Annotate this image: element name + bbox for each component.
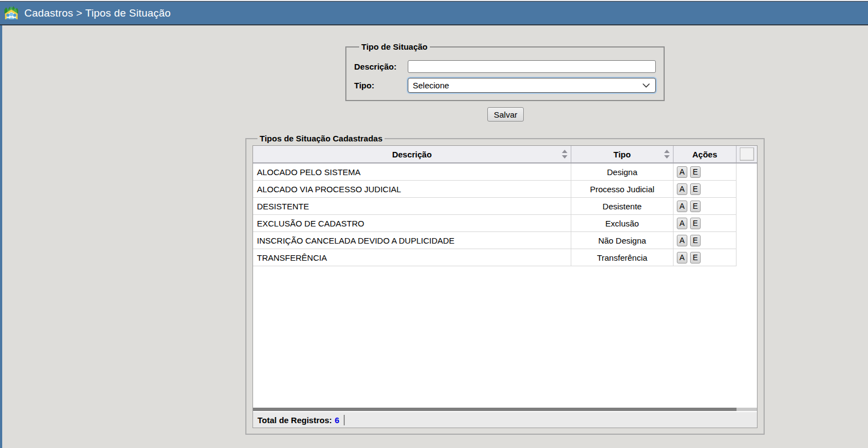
column-header-tipo[interactable]: Tipo <box>571 146 674 162</box>
column-header-descricao[interactable]: Descrição <box>253 146 571 162</box>
descricao-field-row: Descrição: <box>354 60 656 73</box>
row-tipo: Processo Judicial <box>571 181 674 198</box>
table-header-row: Descrição Tipo Ações <box>253 146 757 164</box>
action-button-e[interactable]: E <box>690 235 701 246</box>
row-actions: A E <box>674 232 737 249</box>
screen: Cadastros > Tipos de Situação Tipo de Si… <box>0 0 868 448</box>
page-content: Tipo de Situação Descrição: Tipo: Seleci… <box>0 25 868 448</box>
row-actions: A E <box>674 215 737 232</box>
breadcrumb: Cadastros > Tipos de Situação <box>24 7 171 19</box>
table-empty-area <box>253 266 757 408</box>
action-button-e[interactable]: E <box>690 252 701 263</box>
row-actions: A E <box>674 249 737 266</box>
column-header-acoes: Ações <box>674 146 737 162</box>
save-button[interactable]: Salvar <box>487 107 524 122</box>
action-button-e[interactable]: E <box>690 183 701 195</box>
row-tipo: Designa <box>571 164 674 181</box>
row-actions: A E <box>674 181 737 198</box>
row-tipo: Exclusão <box>571 215 674 232</box>
action-button-a[interactable]: A <box>677 252 687 263</box>
row-actions: A E <box>674 198 737 215</box>
row-descricao: DESISTENTE <box>253 198 571 215</box>
titlebar: Cadastros > Tipos de Situação <box>0 1 868 25</box>
table-row: TRANSFERÊNCIA Transferência A E <box>253 249 757 266</box>
action-button-e[interactable]: E <box>690 166 701 178</box>
row-descricao: INSCRIÇÃO CANCELADA DEVIDO A DUPLICIDADE <box>253 232 571 249</box>
action-button-a[interactable]: A <box>677 201 687 212</box>
tipo-select-value: Selecione <box>413 81 449 90</box>
table-row: EXCLUSÃO DE CADASTRO Exclusão A E <box>253 215 757 232</box>
footer-divider <box>344 415 345 425</box>
table-row: INSCRIÇÃO CANCELADA DEVIDO A DUPLICIDADE… <box>253 232 757 249</box>
row-descricao: ALOCADO PELO SISTEMA <box>253 164 571 181</box>
form-legend: Tipo de Situação <box>359 42 430 51</box>
table-row: ALOCADO PELO SISTEMA Designa A E <box>253 164 757 181</box>
row-tipo: Desistente <box>571 198 674 215</box>
action-button-a[interactable]: A <box>677 166 687 178</box>
row-descricao: ALOCADO VIA PROCESSO JUDICIAL <box>253 181 571 198</box>
descricao-input[interactable] <box>408 60 656 73</box>
scroll-corner-box <box>740 147 754 161</box>
row-descricao: TRANSFERÊNCIA <box>253 249 571 266</box>
app-logo-icon <box>3 5 19 21</box>
tipo-label: Tipo: <box>354 81 408 90</box>
table-row: ALOCADO VIA PROCESSO JUDICIAL Processo J… <box>253 181 757 198</box>
registered-types-section: Tipos de Situação Cadastradas Descrição … <box>245 134 765 435</box>
table-row: DESISTENTE Desistente A E <box>253 198 757 215</box>
sort-icon-descricao[interactable] <box>562 150 567 159</box>
row-descricao: EXCLUSÃO DE CADASTRO <box>253 215 571 232</box>
types-table: Descrição Tipo Ações <box>252 145 757 428</box>
header-filler-cell <box>737 146 757 162</box>
action-button-e[interactable]: E <box>690 201 701 212</box>
descricao-label: Descrição: <box>354 62 408 71</box>
total-records-label: Total de Registros: <box>257 415 332 425</box>
action-button-e[interactable]: E <box>690 218 701 229</box>
tipo-select[interactable]: Selecione <box>408 78 656 93</box>
table-footer: Total de Registros: 6 <box>253 411 757 428</box>
tipo-situacao-form: Tipo de Situação Descrição: Tipo: Seleci… <box>345 42 665 101</box>
tipo-field-row: Tipo: Selecione <box>354 78 656 93</box>
total-records-value: 6 <box>335 415 339 425</box>
chevron-down-icon <box>643 83 650 88</box>
row-tipo: Transferência <box>571 249 674 266</box>
action-button-a[interactable]: A <box>677 218 687 229</box>
row-tipo: Não Designa <box>571 232 674 249</box>
row-actions: A E <box>674 164 737 181</box>
sort-icon-tipo[interactable] <box>664 150 670 159</box>
action-button-a[interactable]: A <box>677 235 687 246</box>
action-button-a[interactable]: A <box>677 183 687 195</box>
table-legend: Tipos de Situação Cadastradas <box>257 134 385 143</box>
